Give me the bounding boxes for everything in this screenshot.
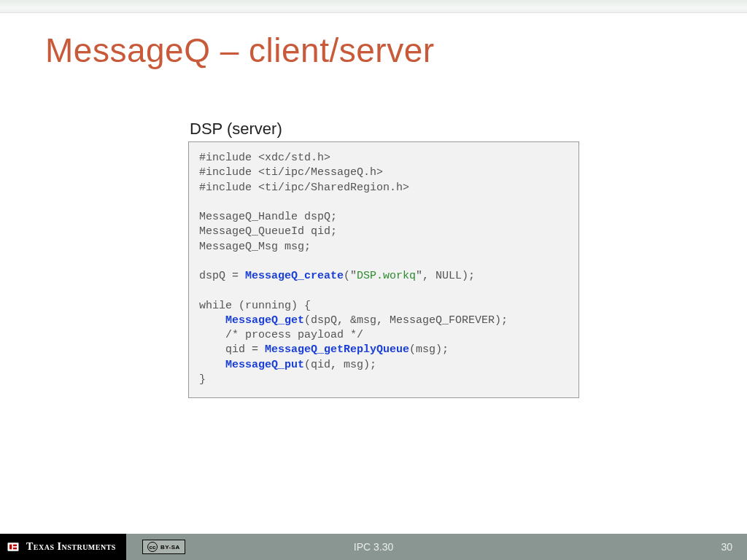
page-title: MessageQ – client/server (45, 31, 435, 70)
cc-label: BY-SA (160, 544, 180, 551)
code-indent (199, 359, 225, 371)
code-line: #include <ti/ipc/SharedRegion.h> (199, 182, 409, 194)
code-string: DSP.workq (357, 270, 416, 282)
brand-name: Texas Instruments (26, 541, 116, 553)
code-fn: MessageQ_getReplyQueue (265, 343, 409, 356)
code-line: #include <xdc/std.h> (199, 152, 330, 164)
svg-rect-2 (13, 545, 17, 547)
ti-logo-icon (6, 540, 20, 554)
code-line: while (running) { (199, 300, 311, 312)
page-number: 30 (721, 541, 732, 553)
code-fn: MessageQ_create (245, 270, 344, 282)
svg-rect-1 (9, 545, 12, 550)
top-strip (0, 0, 747, 13)
code-text: dspQ = (199, 270, 245, 282)
code-text: (" (344, 270, 357, 282)
code-text: ", NULL); (416, 270, 475, 282)
svg-rect-0 (8, 542, 19, 551)
code-text: (qid, msg); (304, 359, 376, 371)
cc-license-badge: cc BY-SA (142, 540, 185, 554)
code-text: (dspQ, &msg, MessageQ_FOREVER); (304, 314, 508, 327)
code-line: MessageQ_Msg msg; (199, 241, 311, 253)
code-line: #include <ti/ipc/MessageQ.h> (199, 166, 383, 179)
brand-badge: Texas Instruments (0, 534, 126, 560)
code-indent (199, 329, 225, 341)
cc-icon: cc (147, 542, 158, 552)
code-fn: MessageQ_put (225, 359, 304, 371)
code-line: MessageQ_QueueId qid; (199, 225, 337, 238)
code-indent (199, 314, 225, 327)
slide: MessageQ – client/server DSP (server) #i… (0, 0, 747, 560)
code-comment: /* process payload */ (225, 329, 363, 341)
code-text: (msg); (409, 343, 449, 356)
footer-bar: Texas Instruments cc BY-SA IPC 3.30 30 (0, 534, 747, 560)
code-text: qid = (225, 343, 265, 356)
footer-title: IPC 3.30 (354, 541, 393, 553)
code-caption: DSP (server) (190, 120, 282, 139)
code-block: #include <xdc/std.h> #include <ti/ipc/Me… (188, 141, 579, 398)
code-fn: MessageQ_get (225, 314, 304, 327)
code-line: MessageQ_Handle dspQ; (199, 211, 337, 223)
svg-rect-3 (13, 548, 17, 550)
code-indent (199, 343, 225, 356)
code-line: } (199, 373, 206, 386)
